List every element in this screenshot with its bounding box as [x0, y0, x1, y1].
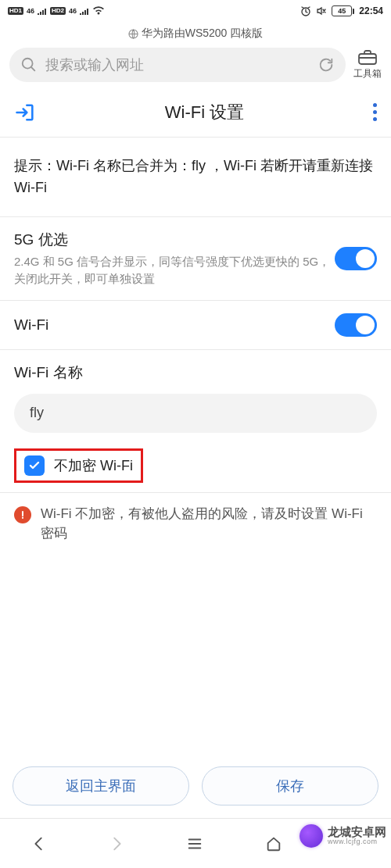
- signal-1-icon: [38, 7, 47, 15]
- toggle-wifi[interactable]: [335, 313, 377, 337]
- url-placeholder: 搜索或输入网址: [45, 55, 144, 74]
- setting-5g-title: 5G 优选: [14, 230, 335, 250]
- watermark-logo-icon: [300, 824, 323, 848]
- annotation-highlight: 不加密 Wi-Fi: [14, 448, 143, 483]
- wifi-name-value: fly: [30, 405, 44, 421]
- mute-icon: [316, 5, 327, 16]
- clock: 22:54: [359, 5, 383, 16]
- wifi-name-input[interactable]: fly: [14, 394, 377, 433]
- watermark: 龙城安卓网 www.lcjfg.com: [300, 824, 386, 848]
- alarm-icon: [300, 5, 311, 16]
- bottom-buttons: 返回主界面 保存: [0, 766, 391, 805]
- nav-forward-icon[interactable]: [108, 835, 125, 852]
- wifi-name-label: Wi-Fi 名称: [14, 363, 377, 383]
- setting-5g-desc: 2.4G 和 5G 信号合并显示，同等信号强度下优选更快的 5G，关闭此开关，即…: [14, 253, 335, 288]
- exit-icon[interactable]: [14, 102, 36, 123]
- save-button[interactable]: 保存: [202, 766, 378, 805]
- hd2-icon: HD2: [50, 7, 66, 15]
- battery-icon: 45: [332, 5, 354, 16]
- battery-level: 45: [338, 7, 346, 15]
- warning-row: Wi-Fi 不加密，有被他人盗用的风险，请及时设置 Wi-Fi 密码: [0, 493, 391, 555]
- no-encrypt-checkbox[interactable]: [24, 455, 45, 476]
- globe-icon: [128, 29, 138, 39]
- svg-rect-3: [359, 54, 376, 64]
- warning-text: Wi-Fi 不加密，有被他人盗用的风险，请及时设置 Wi-Fi 密码: [41, 504, 377, 544]
- status-bar: HD1 46 HD2 46 45 22:54: [0, 0, 391, 22]
- signal-1-label: 46: [27, 7, 34, 15]
- nav-back-icon[interactable]: [30, 835, 48, 852]
- setting-wifi: Wi-Fi: [0, 301, 391, 350]
- toolbox-button[interactable]: 工具箱: [353, 48, 382, 80]
- page-header: Wi-Fi 设置: [0, 90, 391, 138]
- nav-menu-icon[interactable]: [185, 835, 204, 852]
- url-input[interactable]: 搜索或输入网址: [9, 48, 346, 82]
- setting-5g-preferred: 5G 优选 2.4G 和 5G 信号合并显示，同等信号强度下优选更快的 5G，关…: [0, 217, 391, 301]
- browser-bar: 搜索或输入网址 工具箱: [0, 48, 391, 90]
- status-left: HD1 46 HD2 46: [8, 6, 105, 16]
- no-encrypt-row: 不加密 Wi-Fi: [0, 441, 391, 493]
- hint-text: 提示：Wi-Fi 名称已合并为：fly ，Wi-Fi 若断开请重新连接 Wi-F…: [0, 138, 391, 218]
- search-icon: [20, 56, 38, 73]
- watermark-title: 龙城安卓网: [328, 826, 386, 838]
- more-icon[interactable]: [373, 103, 377, 121]
- warning-icon: [14, 506, 31, 523]
- toggle-5g[interactable]: [335, 247, 377, 270]
- browser-tab-title: 华为路由WS5200 四核版: [0, 22, 391, 48]
- nav-home-icon[interactable]: [264, 835, 283, 852]
- signal-2-icon: [80, 7, 89, 15]
- wifi-icon: [92, 6, 105, 16]
- page-title: Wi-Fi 设置: [165, 101, 244, 124]
- hd1-icon: HD1: [8, 7, 23, 15]
- toolbox-icon: [357, 48, 378, 66]
- signal-2-label: 46: [69, 7, 77, 15]
- refresh-icon[interactable]: [317, 56, 335, 73]
- back-button[interactable]: 返回主界面: [13, 766, 189, 805]
- no-encrypt-label: 不加密 Wi-Fi: [54, 456, 133, 475]
- watermark-sub: www.lcjfg.com: [328, 838, 386, 845]
- status-right: 45 22:54: [300, 5, 383, 16]
- wifi-name-section: Wi-Fi 名称 fly: [0, 350, 391, 441]
- toolbox-label: 工具箱: [353, 67, 382, 80]
- setting-wifi-label: Wi-Fi: [14, 316, 335, 334]
- check-icon: [28, 459, 41, 472]
